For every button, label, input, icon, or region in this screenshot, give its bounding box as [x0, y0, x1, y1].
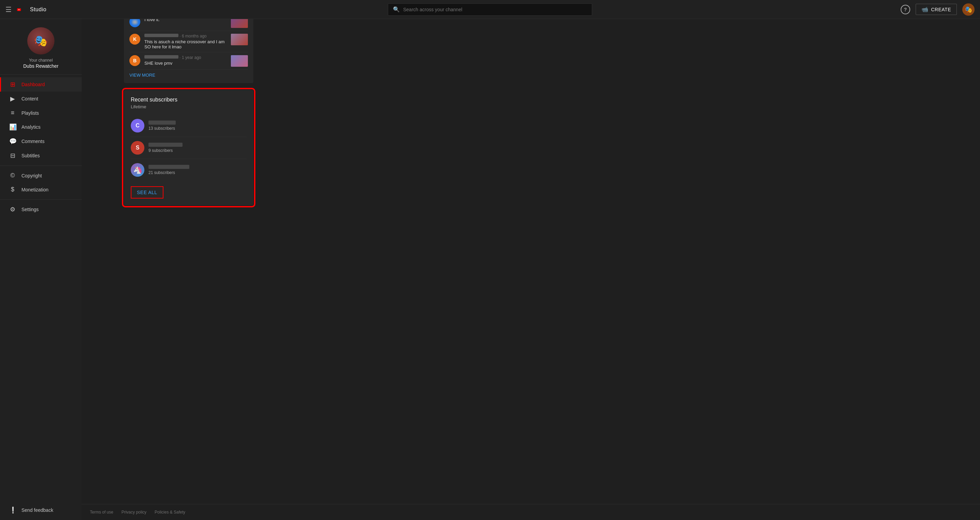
- comment-thumbnail: [231, 55, 248, 67]
- studio-label: Studio: [30, 6, 46, 13]
- subtitles-icon: ⊟: [9, 152, 16, 159]
- comment-avatar-letter: B: [133, 58, 137, 64]
- sidebar-item-label: Analytics: [21, 124, 41, 130]
- sidebar-item-label: Dashboard: [21, 82, 45, 87]
- view-more-link[interactable]: VIEW MORE: [129, 70, 248, 78]
- sidebar-item-label: Settings: [21, 207, 39, 212]
- feedback-icon: ❕: [9, 506, 16, 514]
- content-area: ██ I love it. K · 6 months ago: [82, 0, 627, 213]
- sidebar-item-subtitles[interactable]: ⊟ Subtitles: [0, 148, 82, 163]
- comment-avatar: K: [129, 34, 140, 45]
- policies-link[interactable]: Policies & Safety: [154, 510, 185, 515]
- channel-name: Dubs Rewatcher: [23, 64, 59, 69]
- topbar: ☰ Studio 🔍 ? 📹 CREATE 🎭: [0, 0, 980, 19]
- subscriber-avatar: 🦄: [131, 163, 145, 177]
- user-avatar[interactable]: 🎭: [962, 3, 975, 16]
- search-input[interactable]: [403, 7, 587, 12]
- sidebar-item-comments[interactable]: 💬 Comments: [0, 134, 82, 148]
- comment-meta: · 1 year ago: [145, 55, 227, 60]
- card-subtitle: Lifetime: [131, 104, 247, 109]
- create-button[interactable]: 📹 CREATE: [916, 4, 957, 15]
- channel-avatar[interactable]: 🎭: [27, 27, 54, 54]
- comment-thumbnail: [231, 34, 248, 45]
- sidebar-item-label: Copyright: [21, 173, 42, 178]
- comment-avatar: B: [129, 55, 140, 66]
- comments-icon: 💬: [9, 138, 16, 145]
- comment-time: 1 year ago: [182, 55, 201, 60]
- subscriber-info: 13 subscribers: [148, 121, 247, 131]
- avatar-emoji: 🎭: [965, 6, 972, 13]
- comments-card: ██ I love it. K · 6 months ago: [124, 8, 253, 83]
- copyright-icon: ©: [9, 172, 16, 179]
- topbar-center: 🔍: [87, 3, 893, 16]
- channel-avatar-inner: 🎭: [27, 27, 54, 54]
- see-all-button[interactable]: SEE ALL: [131, 186, 164, 199]
- playlists-icon: ≡: [9, 109, 16, 116]
- page-footer: Terms of use Privacy policy Policies & S…: [82, 504, 980, 520]
- camera-icon: 📹: [921, 6, 929, 13]
- nav-items: ⊞ Dashboard ▶ Content ≡ Playlists 📊 Anal…: [0, 75, 82, 498]
- settings-icon: ⚙: [9, 206, 16, 213]
- help-button[interactable]: ?: [900, 5, 910, 14]
- subscribers-card-wrapper: Recent subscribers Lifetime C 13 subscri…: [124, 90, 253, 205]
- dashboard-icon: ⊞: [9, 81, 16, 88]
- subscriber-name-blur: [148, 165, 189, 169]
- search-icon: 🔍: [393, 6, 400, 13]
- channel-info: 🎭 Your channel Dubs Rewatcher: [0, 19, 82, 75]
- sidebar-item-label: Monetization: [21, 187, 48, 192]
- comment-meta: · 6 months ago: [145, 34, 227, 38]
- sidebar-item-label: Subtitles: [21, 153, 40, 158]
- subscriber-avatar: S: [131, 141, 145, 154]
- sidebar-item-label: Comments: [21, 138, 45, 144]
- monetization-icon: $: [9, 186, 16, 193]
- sidebar-item-monetization[interactable]: $ Monetization: [0, 183, 82, 197]
- sidebar-item-label: Content: [21, 96, 38, 102]
- sidebar-item-copyright[interactable]: © Copyright: [0, 169, 82, 183]
- topbar-right: ? 📹 CREATE 🎭: [893, 3, 975, 16]
- sidebar-item-analytics[interactable]: 📊 Analytics: [0, 120, 82, 134]
- username-blur: [145, 34, 178, 37]
- subscriber-count: 21 subscribers: [148, 170, 247, 175]
- sidebar-footer: ❕ Send feedback: [0, 498, 82, 520]
- comment-time: 6 months ago: [182, 34, 207, 38]
- subscriber-avatar-letter: S: [136, 145, 140, 151]
- comment-text: SHE love pmv: [145, 60, 227, 66]
- subscriber-count: 9 subscribers: [148, 148, 247, 153]
- comment-body: · 6 months ago This is asuch a niche cro…: [145, 34, 227, 49]
- main-content: ██ I love it. K · 6 months ago: [82, 0, 980, 520]
- subscriber-info: 21 subscribers: [148, 165, 247, 175]
- comment-text: This is asuch a niche crossover and I am…: [145, 39, 227, 49]
- sidebar-item-settings[interactable]: ⚙ Settings: [0, 202, 82, 216]
- comment-avatar-letter: K: [133, 37, 137, 42]
- comment-body: · 1 year ago SHE love pmv: [145, 55, 227, 66]
- subscriber-item: C 13 subscribers: [131, 115, 247, 137]
- send-feedback-label: Send feedback: [21, 507, 53, 513]
- sidebar-divider-2: [0, 199, 82, 200]
- subscriber-item: S 9 subscribers: [131, 137, 247, 159]
- subscriber-avatar-letter: C: [135, 122, 140, 129]
- subscriber-name-blur: [148, 143, 183, 147]
- sidebar-item-dashboard[interactable]: ⊞ Dashboard: [0, 77, 82, 92]
- search-bar[interactable]: 🔍: [388, 3, 592, 16]
- subscriber-item: 🦄 21 subscribers: [131, 159, 247, 181]
- analytics-icon: 📊: [9, 123, 16, 131]
- subscriber-avatar: C: [131, 119, 145, 132]
- sidebar-item-playlists[interactable]: ≡ Playlists: [0, 106, 82, 120]
- content-icon: ▶: [9, 95, 16, 102]
- recent-subscribers-card: Recent subscribers Lifetime C 13 subscri…: [124, 90, 253, 205]
- youtube-icon: [17, 6, 28, 13]
- comment-item: K · 6 months ago This is asuch a niche c…: [129, 31, 248, 52]
- privacy-link[interactable]: Privacy policy: [122, 510, 146, 515]
- create-label: CREATE: [931, 7, 951, 12]
- comment-item: B · 1 year ago SHE love pmv: [129, 52, 248, 70]
- logo-area[interactable]: Studio: [17, 6, 46, 13]
- sidebar-divider: [0, 165, 82, 166]
- card-title: Recent subscribers: [131, 97, 247, 103]
- sidebar-item-label: Playlists: [21, 110, 39, 116]
- sidebar-item-content[interactable]: ▶ Content: [0, 92, 82, 106]
- terms-link[interactable]: Terms of use: [90, 510, 113, 515]
- menu-icon[interactable]: ☰: [5, 5, 11, 14]
- your-channel-label: Your channel: [29, 58, 53, 63]
- send-feedback-button[interactable]: ❕ Send feedback: [0, 503, 82, 517]
- subscriber-info: 9 subscribers: [148, 143, 247, 153]
